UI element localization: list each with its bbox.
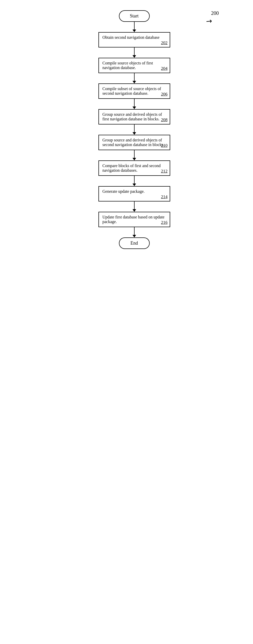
step-216-node: Update first database based on update pa… bbox=[98, 212, 170, 227]
arrow-5 bbox=[133, 124, 136, 135]
step-202-number: 202 bbox=[161, 40, 168, 45]
step-212-text: Compare blocks of first and second navig… bbox=[103, 164, 161, 172]
step-208-node: Group source and derived objects of firs… bbox=[98, 109, 170, 124]
step-210-text: Group source and derived objects of seco… bbox=[103, 138, 164, 147]
step-210-number: 210 bbox=[161, 143, 168, 148]
end-node: End bbox=[119, 237, 150, 249]
step-208-text: Group source and derived objects of firs… bbox=[103, 112, 162, 121]
step-206-number: 206 bbox=[161, 92, 168, 97]
arrow-1 bbox=[133, 22, 136, 32]
step-208-number: 208 bbox=[161, 117, 168, 122]
step-206-text: Compile subset of source objects of seco… bbox=[103, 86, 161, 95]
step-216-text: Update first database based on update pa… bbox=[103, 215, 165, 224]
start-node: Start bbox=[119, 10, 150, 22]
diagram-ref-arrow: ↙ bbox=[204, 16, 214, 26]
step-202-text: Obtain second navigation database bbox=[103, 35, 160, 40]
step-214-node: Generate update package. 214 bbox=[98, 186, 170, 201]
start-label: Start bbox=[130, 13, 139, 18]
step-214-number: 214 bbox=[161, 194, 168, 199]
step-204-text: Compile source objects of first navigati… bbox=[103, 61, 153, 70]
arrow-9 bbox=[133, 227, 136, 237]
arrow-3 bbox=[133, 73, 136, 83]
step-216-number: 216 bbox=[161, 220, 168, 225]
step-206-node: Compile subset of source objects of seco… bbox=[98, 83, 170, 99]
step-212-node: Compare blocks of first and second navig… bbox=[98, 160, 170, 176]
step-202-node: Obtain second navigation database 202 bbox=[98, 32, 170, 47]
step-204-number: 204 bbox=[161, 66, 168, 71]
step-212-number: 212 bbox=[161, 169, 168, 174]
arrow-6 bbox=[133, 150, 136, 160]
arrow-7 bbox=[133, 176, 136, 186]
diagram-ref-label: 200 bbox=[211, 10, 219, 16]
step-204-node: Compile source objects of first navigati… bbox=[98, 58, 170, 73]
arrow-4 bbox=[133, 99, 136, 109]
flowchart-diagram: 200 ↙ Start Obtain second navigation dat… bbox=[70, 10, 198, 249]
arrow-2 bbox=[133, 47, 136, 58]
step-214-text: Generate update package. bbox=[103, 189, 145, 194]
step-210-node: Group source and derived objects of seco… bbox=[98, 135, 170, 150]
arrow-8 bbox=[133, 201, 136, 212]
end-label: End bbox=[130, 241, 138, 246]
